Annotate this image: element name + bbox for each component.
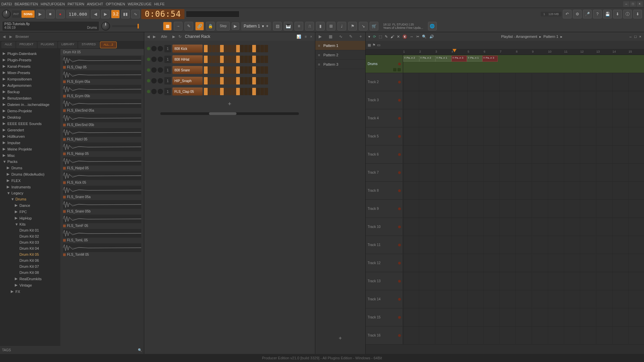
wait-input-button[interactable]: ∿ <box>131 10 140 18</box>
step-cell[interactable] <box>212 77 216 84</box>
view-browser-button[interactable]: ▮ <box>316 22 325 31</box>
track-header[interactable]: Drums <box>366 55 403 73</box>
track-mute-led[interactable] <box>398 244 401 246</box>
track-header[interactable]: Track 15 <box>366 308 403 326</box>
tree-item[interactable]: ▶Backup <box>1 88 59 95</box>
pl-tool-mute-icon[interactable]: 🔇 <box>402 35 407 39</box>
pl-menu-icon[interactable]: ▾ <box>368 35 370 39</box>
render-button[interactable]: ⬇ <box>613 10 622 18</box>
tree-item[interactable]: Drum Kit 03 <box>1 239 59 245</box>
track-mute-led[interactable] <box>398 117 401 120</box>
tempo-tap-button[interactable]: ♩ <box>337 22 346 31</box>
tree-expand-icon[interactable]: ▶ <box>3 115 6 119</box>
misc-button-2[interactable]: ↘ <box>359 22 368 31</box>
tree-item[interactable]: ▶Aufgenommen <box>1 82 59 88</box>
channel-vol-knob[interactable] <box>158 67 163 73</box>
track-lane[interactable] <box>403 91 644 109</box>
timesig-button[interactable]: 3.2 <box>111 10 120 18</box>
track-mute-led[interactable] <box>398 316 401 319</box>
step-cell[interactable] <box>216 66 220 74</box>
sample-item[interactable]: FLS_TomL 05 <box>60 228 144 243</box>
tree-expand-icon[interactable]: ▼ <box>11 197 14 201</box>
tempo-display[interactable]: 110.000 <box>66 10 90 18</box>
pl-snap-icon[interactable]: ▦ <box>368 43 371 47</box>
tree-expand-icon[interactable]: ▶ <box>15 277 18 281</box>
channel-mute-led[interactable] <box>147 79 150 82</box>
track-lane[interactable] <box>403 290 644 308</box>
tree-expand-icon[interactable]: ▶ <box>3 64 6 68</box>
patpick-wave-icon[interactable]: ∿ <box>339 34 342 39</box>
tree-item[interactable]: ▶HipHop <box>1 215 59 221</box>
track-header[interactable]: Track 14 <box>366 290 403 308</box>
pl-min-icon[interactable]: – <box>630 35 632 39</box>
track-mute-led[interactable] <box>398 189 401 192</box>
track-header[interactable]: Track 11 <box>366 236 403 254</box>
pl-tool-play-icon[interactable]: 🔊 <box>429 35 434 39</box>
playlist-clip[interactable]: ≡ Pa..n 3 <box>451 56 467 62</box>
browser-tab-plugins[interactable]: PLUGINS <box>38 42 58 48</box>
playlist-clip[interactable]: ≡ Pa..n 3 <box>482 56 498 62</box>
track-mute-led[interactable] <box>398 262 401 264</box>
tree-item[interactable]: Drum Kit 04 <box>1 245 59 251</box>
channel-mixer-track[interactable]: 1 <box>164 45 171 52</box>
menu-optionen[interactable]: OPTIONEN <box>106 2 125 6</box>
tree-expand-icon[interactable]: ▶ <box>7 166 10 170</box>
sample-item[interactable]: FLS_Kick 05 <box>60 171 144 185</box>
time-counter[interactable]: 0:06:54 <box>141 9 184 19</box>
tree-expand-icon[interactable]: ▶ <box>3 102 6 107</box>
step-cell[interactable] <box>252 77 256 84</box>
track-opt-icon[interactable] <box>393 68 396 71</box>
sample-item[interactable]: FLS_Snare 05b <box>60 199 144 214</box>
browser-search-icon[interactable]: 🔍 <box>138 348 142 352</box>
sample-item[interactable]: FLS_Hatop 05 <box>60 142 144 156</box>
tree-expand-icon[interactable]: ▶ <box>3 58 6 62</box>
track-lane[interactable] <box>403 145 644 163</box>
track-mute-led[interactable] <box>398 226 401 228</box>
step-cell[interactable] <box>260 56 264 63</box>
step-cell[interactable] <box>216 56 220 63</box>
channel-mute-led[interactable] <box>147 47 150 50</box>
playlist-clip[interactable]: ≡ Pa..n 2 <box>419 56 435 62</box>
tree-item[interactable]: ▶FX <box>1 288 59 295</box>
pl-marker-icon[interactable]: ⚑ <box>372 43 376 47</box>
snap-button[interactable]: ▦ <box>163 22 172 31</box>
tree-expand-icon[interactable]: ▶ <box>7 178 10 183</box>
sample-item[interactable]: FLS_ElecSnd 05a <box>60 99 144 113</box>
pl-tool-select-icon[interactable]: ⬚ <box>379 35 382 39</box>
tree-expand-icon[interactable]: ▶ <box>3 77 6 81</box>
tree-item[interactable]: ▼Drums <box>1 196 59 202</box>
step-cell[interactable] <box>216 88 220 95</box>
tree-expand-icon[interactable]: ▶ <box>7 185 10 189</box>
undo-button[interactable]: ↶ <box>563 10 572 18</box>
tree-expand-icon[interactable]: ▶ <box>15 283 18 287</box>
tree-item[interactable]: ▶Kompositionen <box>1 76 59 82</box>
tree-expand-icon[interactable]: ▶ <box>7 172 10 176</box>
tree-expand-icon[interactable]: ▶ <box>3 51 6 56</box>
pattern-add-button[interactable]: + <box>315 333 365 344</box>
playlist-clip[interactable]: ≡ Pa..n 1 <box>435 56 451 62</box>
browser-back-icon[interactable]: ◀ <box>2 35 6 39</box>
tree-expand-icon[interactable]: ▼ <box>3 160 6 164</box>
track-opt-icon[interactable] <box>397 68 401 71</box>
patpick-play-icon[interactable]: ▶ <box>319 34 322 39</box>
pl-view-icon[interactable]: ▭ <box>377 43 380 47</box>
step-cell[interactable] <box>244 66 248 74</box>
step-cell[interactable] <box>224 45 228 52</box>
channel-name-button[interactable]: 808 Kick <box>172 45 203 53</box>
window-max-icon[interactable]: □ <box>630 1 636 7</box>
step-cell[interactable] <box>240 56 244 63</box>
step-cell[interactable] <box>260 77 264 84</box>
step-cell[interactable] <box>252 56 256 63</box>
track-mute-led[interactable] <box>398 99 401 102</box>
track-mute-led[interactable] <box>398 334 401 337</box>
channel-mute-led[interactable] <box>147 58 150 61</box>
step-cell[interactable] <box>228 66 232 74</box>
channel-mute-led[interactable] <box>147 90 150 93</box>
tree-item[interactable]: ▶EEEE EEEE Sounds <box>1 120 59 127</box>
step-cell[interactable] <box>232 77 236 84</box>
rack-filter-label[interactable]: Alle <box>159 35 169 39</box>
track-lane[interactable] <box>403 73 644 91</box>
sample-item[interactable]: FLS_Hatpd 05 <box>60 156 144 171</box>
tree-expand-icon[interactable]: ▶ <box>3 128 6 132</box>
step-cell[interactable] <box>264 77 268 84</box>
